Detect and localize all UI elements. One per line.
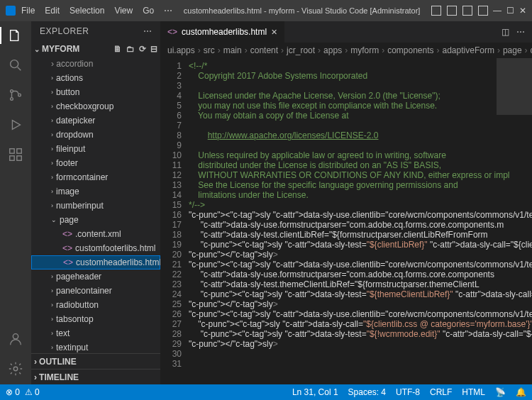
menu-edit[interactable]: Edit	[45, 6, 60, 16]
collapse-icon[interactable]: ⊟	[150, 44, 157, 54]
timeline-section[interactable]: › TIMELINE	[31, 369, 160, 384]
code-editor[interactable]: 1234567891011121314151617181920212223242…	[160, 58, 532, 384]
tree-folder[interactable]: ›panelcontainer	[31, 284, 160, 298]
html-file-icon: <>	[167, 27, 177, 37]
breadcrumb-item[interactable]: content	[250, 45, 278, 55]
tree-folder[interactable]: ›formcontainer	[31, 170, 160, 184]
svg-point-3	[18, 94, 21, 96]
extensions-icon[interactable]	[7, 146, 24, 163]
tree-folder[interactable]: ›checkboxgroup	[31, 99, 160, 113]
layout-toggle-icon[interactable]	[431, 6, 441, 16]
breadcrumb-item[interactable]: src	[204, 45, 215, 55]
new-file-icon[interactable]: 🗎	[113, 44, 122, 54]
account-icon[interactable]	[7, 330, 24, 348]
menu-go[interactable]: Go	[143, 6, 154, 16]
chevron-right-icon: ›	[51, 174, 53, 181]
svg-rect-6	[17, 156, 21, 160]
chevron-right-icon: ›	[51, 89, 53, 96]
new-folder-icon[interactable]: 🗀	[126, 44, 135, 54]
status-errors[interactable]: ⊗ 0 ⚠ 0	[6, 387, 40, 397]
chevron-right-icon: ›	[51, 131, 53, 138]
tab-active[interactable]: <> customheaderlibs.html ✕	[160, 21, 285, 43]
tree-folder[interactable]: ›text	[31, 326, 160, 340]
tree-folder[interactable]: ›textinput	[31, 340, 160, 353]
source-control-icon[interactable]	[7, 87, 24, 104]
svg-rect-5	[10, 156, 14, 160]
svg-point-8	[13, 334, 18, 339]
status-eol[interactable]: CRLF	[430, 387, 452, 397]
tree-folder[interactable]: ›pageheader	[31, 270, 160, 284]
tree-folder[interactable]: ›image	[31, 184, 160, 199]
menu-file[interactable]: File	[21, 6, 35, 16]
status-spaces[interactable]: Spaces: 4	[348, 387, 386, 397]
more-actions-icon[interactable]: ⋯	[516, 27, 525, 37]
chevron-right-icon: ›	[51, 301, 53, 309]
breadcrumb-item[interactable]: page	[503, 45, 522, 55]
menu-selection[interactable]: Selection	[70, 6, 104, 16]
tree-folder[interactable]: ›datepicker	[31, 113, 160, 128]
file-icon: <>	[63, 257, 73, 267]
search-icon[interactable]	[7, 57, 24, 74]
tree-folder[interactable]: › accordion	[31, 57, 160, 71]
close-button[interactable]: ✕	[519, 7, 526, 14]
tree-folder[interactable]: ›fileinput	[31, 142, 160, 156]
breadcrumb-item[interactable]: apps	[323, 45, 342, 55]
status-cursor[interactable]: Ln 31, Col 1	[292, 387, 338, 397]
debug-icon[interactable]	[7, 116, 24, 133]
breadcrumbs[interactable]: ui.apps › src › main › content › jcr_roo…	[160, 43, 532, 58]
chevron-right-icon: ›	[51, 344, 53, 351]
svg-point-0	[11, 60, 18, 68]
project-section[interactable]: ⌄ MYFORM 🗎 🗀 ⟳ ⊟	[31, 41, 160, 57]
menu-view[interactable]: View	[114, 6, 133, 16]
tree-folder[interactable]: ›dropdown	[31, 128, 160, 142]
chevron-right-icon: ›	[51, 316, 53, 323]
chevron-right-icon: ›	[51, 287, 53, 294]
title-bar: File Edit Selection View Go ⋯ customhead…	[0, 0, 532, 21]
refresh-icon[interactable]: ⟳	[139, 44, 146, 54]
layout-sidebar-icon[interactable]	[462, 6, 472, 16]
settings-icon[interactable]	[7, 360, 24, 377]
tree-folder[interactable]: ›footer	[31, 156, 160, 170]
activity-bar	[0, 21, 31, 384]
tree-file[interactable]: <>.content.xml	[31, 227, 160, 241]
svg-rect-7	[17, 149, 21, 153]
status-bell-icon[interactable]: 🔔	[516, 387, 526, 397]
breadcrumb-item[interactable]: jcr_root	[287, 45, 315, 55]
tree-file[interactable]: <>customfooterlibs.html	[31, 241, 160, 255]
sidebar-more-icon[interactable]: ⋯	[143, 26, 153, 36]
breadcrumb-item[interactable]: components	[387, 45, 433, 55]
layout-custom-icon[interactable]	[478, 6, 488, 16]
explorer-icon[interactable]	[7, 27, 24, 44]
status-encoding[interactable]: UTF-8	[396, 387, 420, 397]
svg-point-1	[11, 90, 13, 93]
layout-panel-icon[interactable]	[447, 6, 457, 16]
outline-section[interactable]: › OUTLINE	[31, 353, 160, 369]
menu-more[interactable]: ⋯	[164, 6, 172, 16]
chevron-down-icon: ⌄	[34, 45, 40, 53]
chevron-right-icon: ›	[51, 103, 53, 110]
tree-folder-page[interactable]: ⌄page	[31, 213, 160, 227]
minimap[interactable]	[497, 58, 532, 200]
chevron-down-icon: ⌄	[51, 216, 57, 223]
breadcrumb-item[interactable]: ui.apps	[167, 45, 195, 55]
tab-label: customheaderlibs.html	[182, 27, 267, 37]
breadcrumb-item[interactable]: adaptiveForm	[443, 45, 494, 55]
chevron-right-icon: ›	[51, 145, 53, 152]
tree-folder[interactable]: ›numberinput	[31, 199, 160, 213]
tree-folder[interactable]: ›button	[31, 85, 160, 99]
minimize-button[interactable]: —	[494, 7, 501, 14]
maximize-button[interactable]: ☐	[506, 7, 514, 14]
tree-folder[interactable]: ›tabsontop	[31, 312, 160, 326]
tab-close-icon[interactable]: ✕	[271, 28, 277, 37]
breadcrumb-item[interactable]: myform	[350, 45, 379, 55]
project-name: MYFORM	[42, 44, 79, 54]
split-editor-icon[interactable]: ◫	[501, 27, 509, 37]
tree-folder[interactable]: ›radiobutton	[31, 298, 160, 312]
svg-point-2	[11, 98, 13, 101]
tree-folder[interactable]: ›actions	[31, 71, 160, 85]
tree-file[interactable]: <>customheaderlibs.html	[31, 255, 160, 270]
breadcrumb-item[interactable]: main	[223, 45, 242, 55]
status-feedback-icon[interactable]: 📡	[495, 387, 506, 397]
status-language[interactable]: HTML	[462, 387, 485, 397]
window-title: customheaderlibs.html - myform - Visual …	[172, 6, 431, 15]
